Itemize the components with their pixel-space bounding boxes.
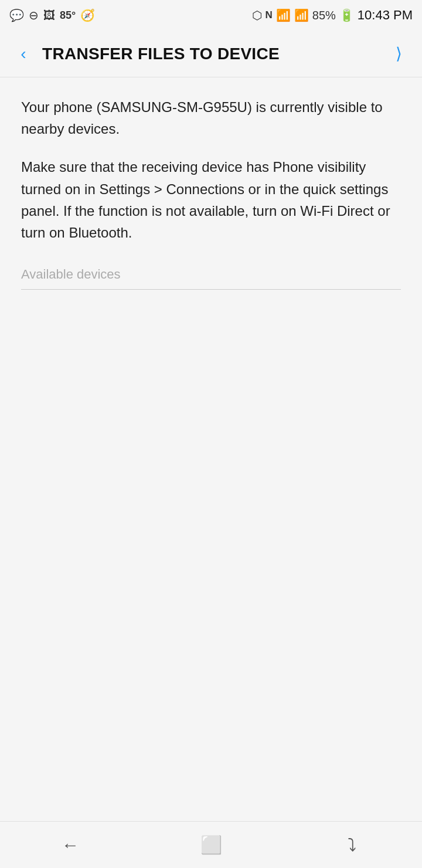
back-arrow-icon: ‹ (21, 45, 26, 63)
nav-recent-button[interactable]: ⤵ (328, 828, 375, 863)
nav-home-icon: ⬜ (200, 835, 222, 855)
status-icons-right: ⬡ N 📶 📶 85% 🔋 10:43 PM (252, 8, 413, 23)
bluetooth-icon: ⬡ (252, 8, 262, 22)
nfc-icon: N (266, 9, 273, 21)
compass-icon: 🧭 (80, 8, 95, 22)
available-devices-header: Available devices (21, 267, 401, 290)
more-icon: ⟩ (396, 44, 402, 63)
image-icon: 🖼 (43, 9, 55, 22)
bottom-navigation: ← ⬜ ⤵ (0, 821, 422, 868)
page-title: TRANSFER FILES TO DEVICE (42, 45, 384, 63)
nav-back-icon: ← (62, 835, 79, 855)
battery-percent: 85% (312, 9, 336, 22)
main-content: Your phone (SAMSUNG-SM-G955U) is current… (0, 77, 422, 304)
more-button[interactable]: ⟩ (384, 40, 413, 68)
back-button[interactable]: ‹ (9, 40, 38, 68)
instruction-text: Make sure that the receiving device has … (21, 156, 401, 243)
circle-minus-icon: ⊖ (29, 8, 39, 22)
temp-icon: 85° (60, 9, 76, 22)
battery-icon: 🔋 (339, 8, 354, 22)
nav-home-button[interactable]: ⬜ (188, 828, 234, 863)
status-icons-left: 💬 ⊖ 🖼 85° 🧭 (9, 8, 95, 22)
clock: 10:43 PM (358, 8, 413, 23)
signal-icon: 📶 (294, 8, 309, 22)
wifi-icon: 📶 (276, 8, 291, 22)
app-bar: ‹ TRANSFER FILES TO DEVICE ⟩ (0, 30, 422, 77)
nav-recent-icon: ⤵ (348, 835, 356, 855)
whatsapp-icon: 💬 (9, 8, 24, 22)
visibility-text: Your phone (SAMSUNG-SM-G955U) is current… (21, 96, 401, 140)
status-bar: 💬 ⊖ 🖼 85° 🧭 ⬡ N 📶 📶 85% 🔋 10:43 PM (0, 0, 422, 30)
nav-back-button[interactable]: ← (47, 828, 94, 863)
